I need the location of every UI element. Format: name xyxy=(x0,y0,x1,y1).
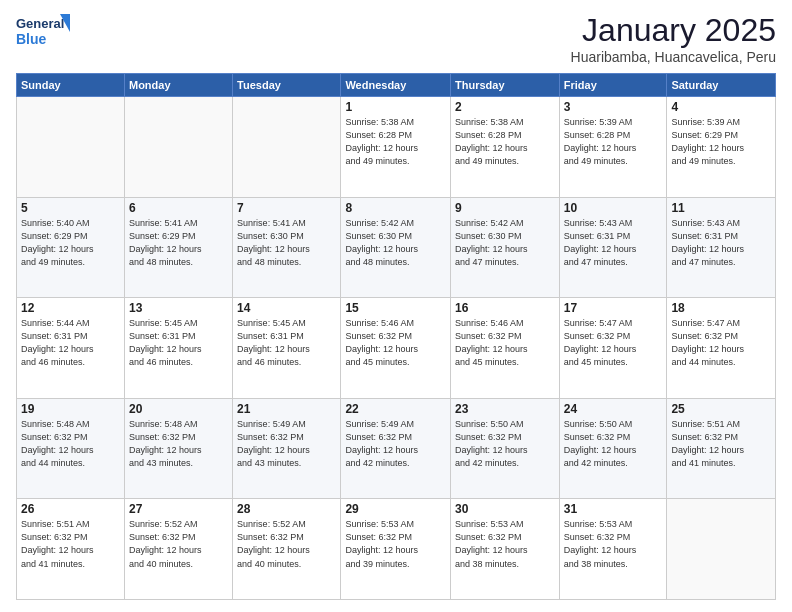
svg-text:General: General xyxy=(16,16,64,31)
day-info: Sunrise: 5:49 AM Sunset: 6:32 PM Dayligh… xyxy=(237,418,336,470)
day-number: 18 xyxy=(671,301,771,315)
day-info: Sunrise: 5:39 AM Sunset: 6:28 PM Dayligh… xyxy=(564,116,663,168)
day-number: 11 xyxy=(671,201,771,215)
day-number: 1 xyxy=(345,100,446,114)
day-number: 4 xyxy=(671,100,771,114)
day-number: 23 xyxy=(455,402,555,416)
calendar-cell: 9Sunrise: 5:42 AM Sunset: 6:30 PM Daylig… xyxy=(451,197,560,298)
day-number: 16 xyxy=(455,301,555,315)
day-number: 27 xyxy=(129,502,228,516)
calendar-cell: 21Sunrise: 5:49 AM Sunset: 6:32 PM Dayli… xyxy=(233,398,341,499)
calendar: SundayMondayTuesdayWednesdayThursdayFrid… xyxy=(16,73,776,600)
day-info: Sunrise: 5:50 AM Sunset: 6:32 PM Dayligh… xyxy=(455,418,555,470)
calendar-cell: 8Sunrise: 5:42 AM Sunset: 6:30 PM Daylig… xyxy=(341,197,451,298)
day-number: 10 xyxy=(564,201,663,215)
calendar-cell: 24Sunrise: 5:50 AM Sunset: 6:32 PM Dayli… xyxy=(559,398,667,499)
day-number: 8 xyxy=(345,201,446,215)
calendar-cell: 2Sunrise: 5:38 AM Sunset: 6:28 PM Daylig… xyxy=(451,97,560,198)
day-number: 15 xyxy=(345,301,446,315)
day-number: 26 xyxy=(21,502,120,516)
calendar-cell: 3Sunrise: 5:39 AM Sunset: 6:28 PM Daylig… xyxy=(559,97,667,198)
day-number: 2 xyxy=(455,100,555,114)
day-info: Sunrise: 5:47 AM Sunset: 6:32 PM Dayligh… xyxy=(671,317,771,369)
day-info: Sunrise: 5:43 AM Sunset: 6:31 PM Dayligh… xyxy=(671,217,771,269)
day-info: Sunrise: 5:43 AM Sunset: 6:31 PM Dayligh… xyxy=(564,217,663,269)
day-info: Sunrise: 5:42 AM Sunset: 6:30 PM Dayligh… xyxy=(455,217,555,269)
calendar-cell: 30Sunrise: 5:53 AM Sunset: 6:32 PM Dayli… xyxy=(451,499,560,600)
day-info: Sunrise: 5:51 AM Sunset: 6:32 PM Dayligh… xyxy=(21,518,120,570)
day-info: Sunrise: 5:48 AM Sunset: 6:32 PM Dayligh… xyxy=(129,418,228,470)
day-number: 17 xyxy=(564,301,663,315)
day-number: 19 xyxy=(21,402,120,416)
weekday-header-sunday: Sunday xyxy=(17,74,125,97)
weekday-header-thursday: Thursday xyxy=(451,74,560,97)
day-info: Sunrise: 5:47 AM Sunset: 6:32 PM Dayligh… xyxy=(564,317,663,369)
day-info: Sunrise: 5:45 AM Sunset: 6:31 PM Dayligh… xyxy=(237,317,336,369)
calendar-cell: 1Sunrise: 5:38 AM Sunset: 6:28 PM Daylig… xyxy=(341,97,451,198)
calendar-cell: 17Sunrise: 5:47 AM Sunset: 6:32 PM Dayli… xyxy=(559,298,667,399)
day-info: Sunrise: 5:49 AM Sunset: 6:32 PM Dayligh… xyxy=(345,418,446,470)
calendar-week-row: 12Sunrise: 5:44 AM Sunset: 6:31 PM Dayli… xyxy=(17,298,776,399)
weekday-header-monday: Monday xyxy=(124,74,232,97)
weekday-header-saturday: Saturday xyxy=(667,74,776,97)
calendar-cell: 11Sunrise: 5:43 AM Sunset: 6:31 PM Dayli… xyxy=(667,197,776,298)
day-number: 9 xyxy=(455,201,555,215)
day-info: Sunrise: 5:50 AM Sunset: 6:32 PM Dayligh… xyxy=(564,418,663,470)
calendar-cell: 18Sunrise: 5:47 AM Sunset: 6:32 PM Dayli… xyxy=(667,298,776,399)
day-number: 7 xyxy=(237,201,336,215)
day-info: Sunrise: 5:41 AM Sunset: 6:30 PM Dayligh… xyxy=(237,217,336,269)
calendar-cell: 20Sunrise: 5:48 AM Sunset: 6:32 PM Dayli… xyxy=(124,398,232,499)
calendar-cell: 19Sunrise: 5:48 AM Sunset: 6:32 PM Dayli… xyxy=(17,398,125,499)
calendar-cell: 22Sunrise: 5:49 AM Sunset: 6:32 PM Dayli… xyxy=(341,398,451,499)
day-info: Sunrise: 5:53 AM Sunset: 6:32 PM Dayligh… xyxy=(564,518,663,570)
day-info: Sunrise: 5:51 AM Sunset: 6:32 PM Dayligh… xyxy=(671,418,771,470)
calendar-cell: 4Sunrise: 5:39 AM Sunset: 6:29 PM Daylig… xyxy=(667,97,776,198)
day-number: 21 xyxy=(237,402,336,416)
day-info: Sunrise: 5:53 AM Sunset: 6:32 PM Dayligh… xyxy=(455,518,555,570)
calendar-cell: 28Sunrise: 5:52 AM Sunset: 6:32 PM Dayli… xyxy=(233,499,341,600)
calendar-cell: 13Sunrise: 5:45 AM Sunset: 6:31 PM Dayli… xyxy=(124,298,232,399)
day-info: Sunrise: 5:39 AM Sunset: 6:29 PM Dayligh… xyxy=(671,116,771,168)
day-number: 31 xyxy=(564,502,663,516)
calendar-cell: 27Sunrise: 5:52 AM Sunset: 6:32 PM Dayli… xyxy=(124,499,232,600)
day-info: Sunrise: 5:42 AM Sunset: 6:30 PM Dayligh… xyxy=(345,217,446,269)
day-info: Sunrise: 5:45 AM Sunset: 6:31 PM Dayligh… xyxy=(129,317,228,369)
logo-svg: General Blue xyxy=(16,12,71,54)
calendar-cell: 7Sunrise: 5:41 AM Sunset: 6:30 PM Daylig… xyxy=(233,197,341,298)
day-info: Sunrise: 5:48 AM Sunset: 6:32 PM Dayligh… xyxy=(21,418,120,470)
calendar-cell xyxy=(124,97,232,198)
calendar-body: 1Sunrise: 5:38 AM Sunset: 6:28 PM Daylig… xyxy=(17,97,776,600)
day-number: 5 xyxy=(21,201,120,215)
calendar-cell: 6Sunrise: 5:41 AM Sunset: 6:29 PM Daylig… xyxy=(124,197,232,298)
day-number: 29 xyxy=(345,502,446,516)
day-info: Sunrise: 5:46 AM Sunset: 6:32 PM Dayligh… xyxy=(455,317,555,369)
calendar-cell xyxy=(667,499,776,600)
month-title: January 2025 xyxy=(571,12,776,49)
day-info: Sunrise: 5:41 AM Sunset: 6:29 PM Dayligh… xyxy=(129,217,228,269)
day-info: Sunrise: 5:46 AM Sunset: 6:32 PM Dayligh… xyxy=(345,317,446,369)
calendar-cell: 5Sunrise: 5:40 AM Sunset: 6:29 PM Daylig… xyxy=(17,197,125,298)
page: General Blue January 2025 Huaribamba, Hu… xyxy=(0,0,792,612)
day-info: Sunrise: 5:44 AM Sunset: 6:31 PM Dayligh… xyxy=(21,317,120,369)
svg-text:Blue: Blue xyxy=(16,31,47,47)
day-number: 12 xyxy=(21,301,120,315)
day-number: 28 xyxy=(237,502,336,516)
weekday-header-wednesday: Wednesday xyxy=(341,74,451,97)
day-info: Sunrise: 5:53 AM Sunset: 6:32 PM Dayligh… xyxy=(345,518,446,570)
calendar-week-row: 5Sunrise: 5:40 AM Sunset: 6:29 PM Daylig… xyxy=(17,197,776,298)
weekday-header-tuesday: Tuesday xyxy=(233,74,341,97)
day-info: Sunrise: 5:38 AM Sunset: 6:28 PM Dayligh… xyxy=(455,116,555,168)
header: General Blue January 2025 Huaribamba, Hu… xyxy=(16,12,776,65)
day-number: 22 xyxy=(345,402,446,416)
calendar-cell: 10Sunrise: 5:43 AM Sunset: 6:31 PM Dayli… xyxy=(559,197,667,298)
calendar-cell: 23Sunrise: 5:50 AM Sunset: 6:32 PM Dayli… xyxy=(451,398,560,499)
calendar-week-row: 26Sunrise: 5:51 AM Sunset: 6:32 PM Dayli… xyxy=(17,499,776,600)
day-info: Sunrise: 5:40 AM Sunset: 6:29 PM Dayligh… xyxy=(21,217,120,269)
day-info: Sunrise: 5:38 AM Sunset: 6:28 PM Dayligh… xyxy=(345,116,446,168)
day-number: 6 xyxy=(129,201,228,215)
calendar-cell xyxy=(233,97,341,198)
calendar-cell: 31Sunrise: 5:53 AM Sunset: 6:32 PM Dayli… xyxy=(559,499,667,600)
calendar-cell: 16Sunrise: 5:46 AM Sunset: 6:32 PM Dayli… xyxy=(451,298,560,399)
weekday-header-friday: Friday xyxy=(559,74,667,97)
day-number: 14 xyxy=(237,301,336,315)
